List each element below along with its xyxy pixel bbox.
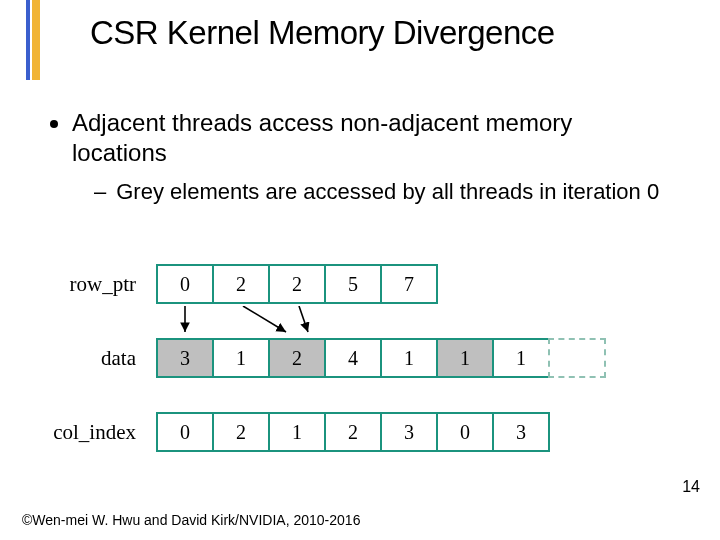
cell-grey: 3 bbox=[156, 338, 214, 378]
cell-grey: 1 bbox=[436, 338, 494, 378]
page-number: 14 bbox=[682, 478, 700, 496]
cell: 3 bbox=[492, 412, 550, 452]
cell: 1 bbox=[212, 338, 270, 378]
cell: 3 bbox=[380, 412, 438, 452]
cell: 2 bbox=[268, 264, 326, 304]
cell: 2 bbox=[324, 412, 382, 452]
bullet-dot-icon bbox=[50, 120, 58, 128]
data-row: data 3 1 2 4 1 1 1 bbox=[48, 336, 606, 380]
svg-line-1 bbox=[243, 306, 286, 332]
bullet-list: Adjacent threads access non-adjacent mem… bbox=[50, 108, 670, 206]
row-ptr-label: row_ptr bbox=[48, 272, 156, 297]
cell: 2 bbox=[212, 264, 270, 304]
arrows-svg bbox=[156, 306, 556, 336]
data-cells: 3 1 2 4 1 1 1 bbox=[156, 338, 606, 378]
cell: 0 bbox=[156, 264, 214, 304]
data-label: data bbox=[48, 346, 156, 371]
bullet-level1: Adjacent threads access non-adjacent mem… bbox=[50, 108, 670, 168]
arrays-diagram: row_ptr 0 2 2 5 7 data 3 1 2 4 1 bbox=[48, 262, 606, 484]
col-index-cells: 0 2 1 2 3 0 3 bbox=[156, 412, 550, 452]
accent-bars bbox=[26, 0, 40, 80]
cell: 5 bbox=[324, 264, 382, 304]
col-index-label: col_index bbox=[48, 420, 156, 445]
accent-bar-yellow bbox=[32, 0, 40, 80]
cell: 0 bbox=[436, 412, 494, 452]
cell-grey: 2 bbox=[268, 338, 326, 378]
cell: 1 bbox=[380, 338, 438, 378]
row-ptr-cells: 0 2 2 5 7 bbox=[156, 264, 438, 304]
cell-padding bbox=[548, 338, 606, 378]
cell: 7 bbox=[380, 264, 438, 304]
bullet-text: Grey elements are accessed by all thread… bbox=[116, 178, 659, 206]
slide-title: CSR Kernel Memory Divergence bbox=[90, 14, 555, 52]
copyright-text: ©Wen-mei W. Hwu and David Kirk/NVIDIA, 2… bbox=[22, 512, 360, 528]
bullet-dash-icon: – bbox=[94, 178, 106, 206]
slide: CSR Kernel Memory Divergence Adjacent th… bbox=[0, 0, 720, 540]
row-ptr-row: row_ptr 0 2 2 5 7 bbox=[48, 262, 606, 306]
cell: 4 bbox=[324, 338, 382, 378]
cell: 2 bbox=[212, 412, 270, 452]
cell: 0 bbox=[156, 412, 214, 452]
bullet-text: Adjacent threads access non-adjacent mem… bbox=[72, 108, 670, 168]
cell: 1 bbox=[492, 338, 550, 378]
svg-line-2 bbox=[299, 306, 308, 332]
bullet-level2: – Grey elements are accessed by all thre… bbox=[94, 178, 670, 206]
col-index-row: col_index 0 2 1 2 3 0 3 bbox=[48, 410, 606, 454]
accent-bar-blue bbox=[26, 0, 30, 80]
cell: 1 bbox=[268, 412, 326, 452]
